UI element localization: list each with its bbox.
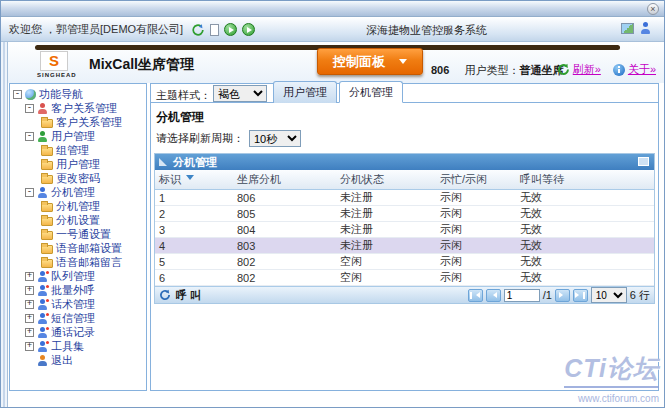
- table-row[interactable]: 2805未注册示闲无效: [155, 206, 654, 222]
- collapse-icon[interactable]: -: [25, 104, 34, 113]
- close-icon[interactable]: ×: [647, 3, 659, 15]
- page-size-select[interactable]: 10: [591, 287, 627, 303]
- sidebar-item[interactable]: +批量外呼: [10, 283, 146, 297]
- sidebar-item[interactable]: 分机管理: [10, 199, 146, 213]
- cell-status: 空闲: [336, 254, 436, 270]
- first-page-button[interactable]: [468, 289, 483, 302]
- refresh-icon: [557, 63, 570, 76]
- expand-icon[interactable]: +: [25, 342, 34, 351]
- top-toolbar: 欢迎您 ，郭管理员[DEMO有限公司] 深海捷物业管控服务系统: [1, 18, 664, 42]
- user-plus-icon: [37, 271, 48, 282]
- sidebar-item[interactable]: 用户管理: [10, 157, 146, 171]
- table-row[interactable]: 6802空闲示闲无效: [155, 270, 654, 286]
- cell-status: 未注册: [336, 190, 436, 206]
- sidebar-item[interactable]: 一号通设置: [10, 227, 146, 241]
- cell-extension: 803: [233, 238, 336, 254]
- table-row[interactable]: 3804未注册示闲无效: [155, 222, 654, 238]
- about-link[interactable]: 关于»: [628, 62, 656, 77]
- pagination: /1 10 6 行: [468, 287, 650, 303]
- sidebar-item-label: 分机设置: [56, 213, 100, 228]
- sidebar-item[interactable]: 语音邮箱留言: [10, 255, 146, 269]
- new-page-icon[interactable]: [210, 24, 219, 36]
- sidebar-item[interactable]: -功能导航: [10, 87, 146, 101]
- sidebar-item-label: 工具集: [51, 339, 84, 354]
- image-icon[interactable]: [621, 23, 634, 34]
- collapse-icon[interactable]: -: [25, 132, 34, 141]
- column-header[interactable]: 呼叫等待: [516, 170, 654, 190]
- column-header[interactable]: 分机状态: [336, 170, 436, 190]
- sidebar-item[interactable]: 语音邮箱设置: [10, 241, 146, 255]
- refresh-period-row: 请选择刷新周期： 10秒: [156, 130, 658, 147]
- user-plus-icon: [37, 341, 48, 352]
- sidebar-item[interactable]: 组管理: [10, 143, 146, 157]
- column-header[interactable]: 示忙/示闲: [436, 170, 516, 190]
- sidebar-item[interactable]: 更改密码: [10, 171, 146, 185]
- column-header[interactable]: 标识: [155, 170, 233, 190]
- next-page-button[interactable]: [555, 289, 570, 302]
- sidebar-item[interactable]: 退出: [10, 353, 146, 367]
- user-status-icon[interactable]: [640, 22, 651, 34]
- logo-mark: S: [40, 51, 68, 71]
- go-forward-icon[interactable]: [242, 23, 255, 36]
- sidebar-item-label: 队列管理: [51, 269, 95, 284]
- user-plus-icon: [37, 285, 48, 296]
- panel-minimize-icon[interactable]: [638, 157, 649, 166]
- control-panel-button[interactable]: 控制面板: [317, 48, 423, 75]
- expand-icon[interactable]: +: [25, 300, 34, 309]
- page-number-input[interactable]: [504, 289, 540, 302]
- expand-icon[interactable]: +: [25, 272, 34, 281]
- last-page-button[interactable]: [573, 289, 588, 302]
- table-row[interactable]: 1806未注册示闲无效: [155, 190, 654, 206]
- sidebar-item[interactable]: +工具集: [10, 339, 146, 353]
- refresh-page-icon[interactable]: [191, 23, 205, 37]
- tab-inactive[interactable]: 用户管理: [273, 81, 337, 103]
- prev-page-button[interactable]: [486, 289, 501, 302]
- sidebar-item-label: 批量外呼: [51, 283, 95, 298]
- user-green-icon: [37, 131, 48, 142]
- content-topbar: 主题样式： 褐色 用户管理分机管理: [151, 84, 658, 103]
- agent-number: 806: [431, 64, 449, 76]
- sidebar-item[interactable]: -分机管理: [10, 185, 146, 199]
- collapse-icon[interactable]: -: [25, 188, 34, 197]
- sidebar-item[interactable]: 分机设置: [10, 213, 146, 227]
- window-titlebar: ×: [1, 1, 664, 17]
- cell-id: 3: [155, 222, 233, 238]
- about-link-group: 关于»: [613, 62, 656, 77]
- column-header[interactable]: 坐席分机: [233, 170, 336, 190]
- expand-icon[interactable]: +: [25, 328, 34, 337]
- panel-title: 分机管理: [173, 156, 217, 168]
- singhead-logo: S SINGHEAD: [37, 51, 71, 78]
- sort-desc-icon[interactable]: [186, 175, 194, 184]
- call-button[interactable]: 呼 叫: [159, 288, 201, 303]
- sidebar-item[interactable]: -用户管理: [10, 129, 146, 143]
- refresh-link[interactable]: 刷新»: [573, 62, 601, 77]
- logo-text: SINGHEAD: [37, 72, 71, 78]
- chevron-down-icon: [399, 59, 407, 68]
- cell-busy-idle: 示闲: [436, 254, 516, 270]
- refresh-period-select[interactable]: 10秒: [249, 130, 301, 147]
- sidebar-item[interactable]: +队列管理: [10, 269, 146, 283]
- theme-style-select[interactable]: 褐色: [213, 85, 267, 102]
- agent-info: 806 用户类型：普通坐席: [431, 63, 563, 78]
- sidebar-item[interactable]: +话术管理: [10, 297, 146, 311]
- sidebar-item[interactable]: 客户关系管理: [10, 115, 146, 129]
- expand-icon[interactable]: +: [25, 286, 34, 295]
- cell-id: 6: [155, 270, 233, 286]
- table-row[interactable]: 5802空闲示闲无效: [155, 254, 654, 270]
- sidebar-item[interactable]: -客户关系管理: [10, 101, 146, 115]
- refresh-blue-icon[interactable]: [159, 289, 171, 301]
- sidebar-item[interactable]: +通话记录: [10, 325, 146, 339]
- go-back-icon[interactable]: [224, 23, 237, 36]
- folder-icon: [41, 203, 53, 212]
- table-row[interactable]: 4803未注册示闲无效: [155, 238, 654, 254]
- folder-icon: [41, 259, 53, 268]
- sidebar-item[interactable]: +短信管理: [10, 311, 146, 325]
- tab-active[interactable]: 分机管理: [339, 81, 403, 103]
- cell-extension: 805: [233, 206, 336, 222]
- table-header: 标识坐席分机分机状态示忙/示闲呼叫等待: [155, 170, 654, 190]
- main-content: 主题样式： 褐色 用户管理分机管理 分机管理 请选择刷新周期： 10秒 分机管理: [150, 83, 659, 391]
- expand-icon[interactable]: +: [25, 314, 34, 323]
- user-blue-icon: [37, 187, 48, 198]
- collapse-icon[interactable]: -: [13, 90, 22, 99]
- system-title: 深海捷物业管控服务系统: [366, 23, 487, 38]
